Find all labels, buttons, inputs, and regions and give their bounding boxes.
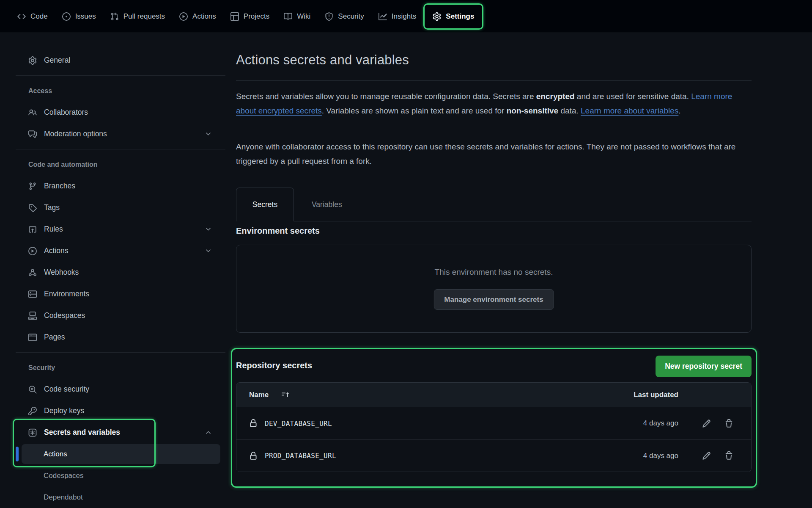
sidebar-item-branches[interactable]: Branches	[16, 175, 225, 197]
secret-name: PROD_DATABASE_URL	[265, 452, 336, 460]
secret-updated: 4 days ago	[606, 419, 678, 428]
key-icon	[28, 407, 37, 415]
server-icon	[28, 290, 37, 298]
tabbar-divider	[294, 221, 752, 221]
last-updated-header-cell: Last updated	[606, 391, 678, 399]
sidebar-item-codespaces[interactable]: Codespaces	[16, 305, 225, 326]
sidebar-divider	[16, 149, 225, 149]
sort-ascending-icon[interactable]	[281, 391, 290, 399]
gear-icon	[28, 56, 37, 65]
description-paragraph: Secrets and variables allow you to manag…	[236, 89, 752, 118]
sidebar-item-collaborators[interactable]: Collaborators	[16, 102, 225, 123]
table-header-row: Name Last updated	[236, 383, 751, 407]
rule-icon	[28, 225, 37, 234]
tag-icon	[28, 204, 37, 212]
issue-icon	[62, 12, 71, 21]
tab-secrets[interactable]: Secrets	[236, 188, 294, 221]
title-divider	[236, 80, 752, 81]
manage-environment-secrets-button[interactable]: Manage environment secrets	[433, 289, 554, 310]
play-icon	[28, 247, 37, 255]
page-title: Actions secrets and variables	[236, 52, 409, 68]
collaborator-note-paragraph: Anyone with collaborator access to this …	[236, 140, 752, 168]
edit-pencil-icon[interactable]	[702, 451, 711, 460]
chevron-down-icon	[205, 226, 212, 233]
tab-issues[interactable]: Issues	[55, 6, 103, 27]
secrets-variables-tabs: Secrets Variables	[236, 188, 752, 221]
repository-secrets-table: Name Last updated DEV_DATABASE_URL 4 day…	[236, 382, 752, 472]
sidebar-item-general[interactable]: General	[16, 50, 225, 71]
settings-content: Actions secrets and variables Secrets an…	[236, 0, 752, 508]
tab-pull-requests[interactable]: Pull requests	[103, 6, 172, 27]
secret-name: DEV_DATABASE_URL	[265, 420, 332, 428]
environment-empty-message: This environment has no secrets.	[236, 268, 751, 277]
repository-secrets-title: Repository secrets	[236, 361, 312, 370]
delete-trash-icon[interactable]	[724, 451, 733, 460]
sidebar-item-environments[interactable]: Environments	[16, 283, 225, 305]
delete-trash-icon[interactable]	[724, 419, 733, 428]
table-row: DEV_DATABASE_URL 4 days ago	[236, 407, 751, 439]
settings-sidebar: General Access Collaborators Moderation …	[16, 50, 225, 508]
sidebar-item-code-security[interactable]: Code security	[16, 378, 225, 400]
active-item-indicator	[16, 447, 19, 461]
sidebar-item-moderation-options[interactable]: Moderation options	[16, 123, 225, 145]
sidebar-item-secrets-and-variables[interactable]: Secrets and variables	[16, 422, 225, 443]
code-icon	[17, 12, 26, 21]
sidebar-subitem-codespaces[interactable]: Codespaces	[16, 465, 225, 486]
sidebar-subitem-dependabot[interactable]: Dependabot	[16, 486, 225, 508]
sidebar-section-security: Security	[16, 357, 225, 378]
tab-actions[interactable]: Actions	[172, 6, 223, 27]
asterisk-box-icon	[28, 428, 37, 437]
sidebar-section-code-and-automation: Code and automation	[16, 154, 225, 175]
sidebar-item-pages[interactable]: Pages	[16, 326, 225, 348]
environment-secrets-panel: This environment has no secrets. Manage …	[236, 245, 752, 333]
sidebar-item-actions[interactable]: Actions	[16, 240, 225, 262]
sidebar-subitem-actions[interactable]: Actions	[16, 443, 225, 465]
comment-discussion-icon	[28, 130, 37, 138]
sidebar-item-deploy-keys[interactable]: Deploy keys	[16, 400, 225, 422]
sidebar-item-tags[interactable]: Tags	[16, 197, 225, 218]
sidebar-divider	[16, 75, 225, 76]
name-header-cell: Name	[236, 391, 606, 399]
sidebar-divider	[16, 352, 225, 353]
tab-code[interactable]: Code	[10, 6, 55, 27]
sidebar-item-webhooks[interactable]: Webhooks	[16, 262, 225, 283]
edit-pencil-icon[interactable]	[702, 419, 711, 428]
table-row: PROD_DATABASE_URL 4 days ago	[236, 439, 751, 472]
sidebar-item-rules[interactable]: Rules	[16, 218, 225, 240]
chevron-down-icon	[205, 130, 212, 138]
chevron-down-icon	[205, 247, 212, 254]
codespaces-icon	[28, 312, 37, 320]
lock-icon	[249, 419, 258, 428]
chevron-up-icon	[205, 429, 212, 436]
lock-icon	[249, 452, 258, 460]
tab-variables[interactable]: Variables	[302, 188, 351, 221]
new-repository-secret-button[interactable]: New repository secret	[656, 356, 752, 377]
environment-secrets-title: Environment secrets	[236, 226, 320, 236]
play-icon	[179, 12, 188, 21]
webhook-icon	[28, 268, 37, 277]
browser-icon	[28, 333, 37, 342]
sidebar-section-access: Access	[16, 80, 225, 102]
git-branch-icon	[28, 182, 37, 190]
people-icon	[28, 108, 37, 117]
git-pull-request-icon	[110, 12, 119, 21]
secret-updated: 4 days ago	[606, 452, 678, 460]
link-variables[interactable]: Learn more about variables	[581, 106, 678, 115]
codescan-icon	[28, 385, 37, 394]
